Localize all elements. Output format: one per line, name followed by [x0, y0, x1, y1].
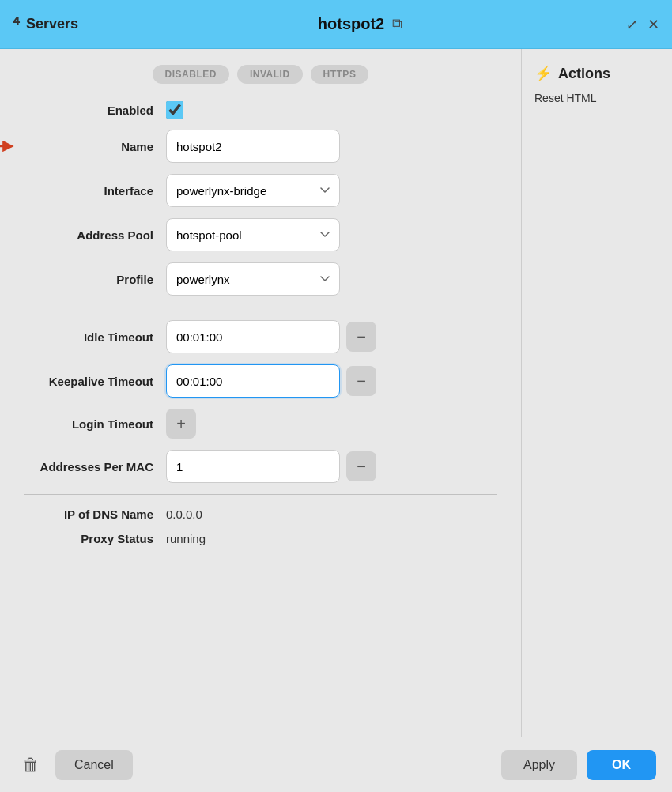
keepalive-timeout-label: Keepalive Timeout — [24, 375, 166, 388]
ip-dns-value: 0.0.0.0 — [166, 507, 202, 521]
divider-1 — [24, 307, 497, 307]
actions-header: ⚡ Actions — [534, 65, 659, 82]
right-panel: ⚡ Actions Reset HTML — [522, 49, 672, 737]
name-label: Name — [24, 140, 166, 153]
enabled-row: Enabled — [24, 101, 497, 119]
profile-select[interactable]: powerlynx — [166, 262, 340, 296]
addresses-per-mac-minus-button[interactable]: − — [346, 451, 376, 481]
addresses-per-mac-row: Addresses Per MAC − — [24, 450, 497, 483]
keepalive-timeout-minus-button[interactable]: − — [346, 366, 376, 396]
window-title: hotspot2 — [318, 15, 384, 33]
apply-button[interactable]: Apply — [501, 750, 577, 780]
enabled-checkbox[interactable] — [166, 101, 183, 119]
idle-timeout-input[interactable] — [166, 320, 340, 353]
addresses-per-mac-input[interactable] — [166, 450, 340, 483]
login-timeout-plus-button[interactable]: + — [166, 409, 196, 439]
title-bar: ⁴ Servers hotspot2 ⧉ ⤢ ✕ — [0, 0, 672, 49]
proxy-status-value: running — [166, 532, 206, 545]
ip-dns-row: IP of DNS Name 0.0.0.0 — [24, 507, 497, 521]
address-pool-label: Address Pool — [24, 228, 166, 242]
divider-2 — [24, 494, 497, 495]
footer: 🗑 Cancel Apply OK — [0, 737, 672, 792]
interface-row: Interface powerlynx-bridge — [24, 174, 497, 207]
name-row: Name — [24, 130, 497, 163]
idle-timeout-label: Idle Timeout — [24, 330, 166, 344]
delete-button[interactable]: 🗑 — [16, 749, 46, 782]
window-controls: ⤢ ✕ — [626, 16, 659, 33]
ip-dns-label: IP of DNS Name — [24, 507, 166, 521]
keepalive-timeout-input[interactable] — [166, 364, 340, 398]
addresses-per-mac-label: Addresses Per MAC — [24, 460, 166, 473]
app-logo: ⁴ Servers — [13, 14, 78, 35]
close-button[interactable]: ✕ — [647, 16, 659, 33]
idle-timeout-row: Idle Timeout − — [24, 320, 497, 353]
reset-html-link[interactable]: Reset HTML — [534, 92, 659, 104]
name-arrow — [0, 138, 16, 154]
badge-https: HTTPS — [311, 65, 369, 84]
proxy-status-label: Proxy Status — [24, 532, 166, 545]
footer-left: 🗑 Cancel — [16, 749, 133, 782]
copy-button[interactable]: ⧉ — [392, 16, 402, 32]
login-timeout-label: Login Timeout — [24, 417, 166, 431]
servers-label: Servers — [26, 16, 78, 32]
ok-button[interactable]: OK — [587, 750, 656, 780]
login-timeout-row: Login Timeout + — [24, 409, 497, 439]
footer-right: Apply OK — [501, 750, 656, 780]
proxy-status-row: Proxy Status running — [24, 532, 497, 545]
profile-label: Profile — [24, 273, 166, 286]
profile-row: Profile powerlynx — [24, 262, 497, 296]
lightning-icon: ⚡ — [534, 65, 552, 82]
cancel-button[interactable]: Cancel — [55, 750, 133, 780]
status-badges: DISABLED INVALID HTTPS — [24, 65, 497, 84]
actions-title: Actions — [558, 66, 610, 82]
interface-select[interactable]: powerlynx-bridge — [166, 174, 340, 207]
badge-invalid: INVALID — [237, 65, 303, 84]
expand-button[interactable]: ⤢ — [626, 16, 638, 33]
interface-label: Interface — [24, 184, 166, 198]
main-container: DISABLED INVALID HTTPS Enabled — [0, 49, 672, 737]
address-pool-select[interactable]: hotspot-pool — [166, 218, 340, 251]
badge-disabled: DISABLED — [153, 65, 229, 84]
title-center: hotspot2 ⧉ — [94, 15, 626, 33]
enabled-label: Enabled — [24, 104, 166, 117]
address-pool-row: Address Pool hotspot-pool — [24, 218, 497, 251]
idle-timeout-minus-button[interactable]: − — [346, 322, 376, 352]
left-panel: DISABLED INVALID HTTPS Enabled — [0, 49, 522, 737]
name-input[interactable] — [166, 130, 340, 163]
keepalive-timeout-row: Keepalive Timeout − — [24, 364, 497, 398]
logo-icon: ⁴ — [13, 14, 20, 35]
